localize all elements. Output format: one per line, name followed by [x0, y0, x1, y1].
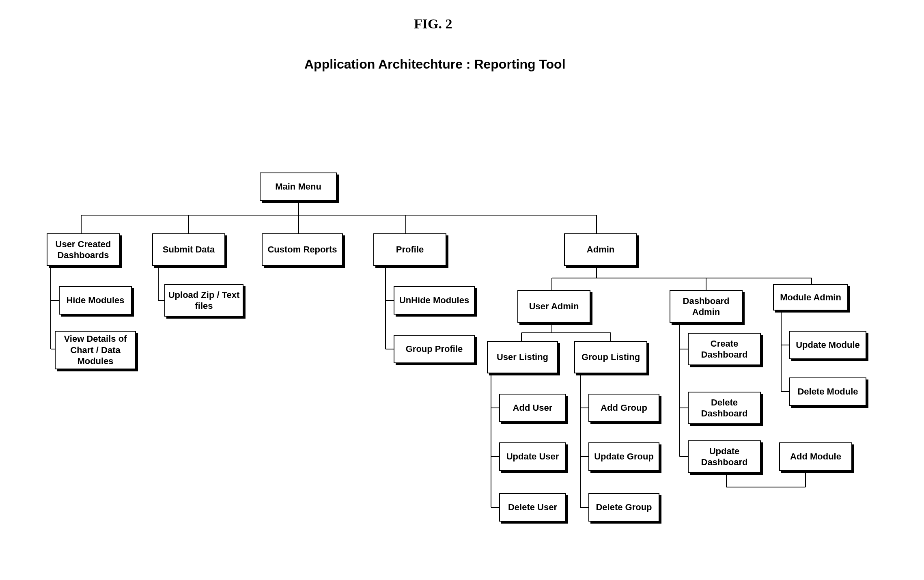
node-delete-group: Delete Group: [588, 493, 659, 522]
node-module-admin: Module Admin: [773, 284, 848, 310]
node-view-details: View Details of Chart / Data Modules: [55, 331, 136, 369]
node-submit-data: Submit Data: [152, 233, 225, 266]
node-unhide-modules: UnHide Modules: [394, 286, 475, 315]
node-update-module: Update Module: [789, 331, 866, 359]
node-upload-zip: Upload Zip / Text files: [164, 284, 243, 317]
node-add-user: Add User: [499, 394, 566, 422]
diagram-canvas: FIG. 2 Application Architechture : Repor…: [8, 8, 924, 580]
node-custom-reports: Custom Reports: [262, 233, 343, 266]
node-update-user: Update User: [499, 442, 566, 471]
node-delete-dashboard: Delete Dashboard: [688, 392, 761, 424]
node-update-group: Update Group: [588, 442, 659, 471]
node-main-menu: Main Menu: [260, 172, 337, 201]
node-user-admin: User Admin: [517, 290, 590, 323]
figure-label: FIG. 2: [414, 16, 452, 32]
node-add-module: Add Module: [779, 442, 852, 471]
node-update-dashboard: Update Dashboard: [688, 440, 761, 473]
node-create-dashboard: Create Dashboard: [688, 333, 761, 365]
node-delete-user: Delete User: [499, 493, 566, 522]
node-user-listing: User Listing: [487, 341, 558, 373]
node-hide-modules: Hide Modules: [59, 286, 132, 315]
node-profile: Profile: [373, 233, 446, 266]
node-dashboard-admin: Dashboard Admin: [670, 290, 743, 323]
node-group-profile: Group Profile: [394, 335, 475, 363]
node-group-listing: Group Listing: [574, 341, 647, 373]
node-admin: Admin: [564, 233, 637, 266]
node-add-group: Add Group: [588, 394, 659, 422]
diagram-title: Application Architechture : Reporting To…: [304, 57, 566, 72]
node-user-created-dashboards: User Created Dashboards: [47, 233, 120, 266]
node-delete-module: Delete Module: [789, 377, 866, 406]
